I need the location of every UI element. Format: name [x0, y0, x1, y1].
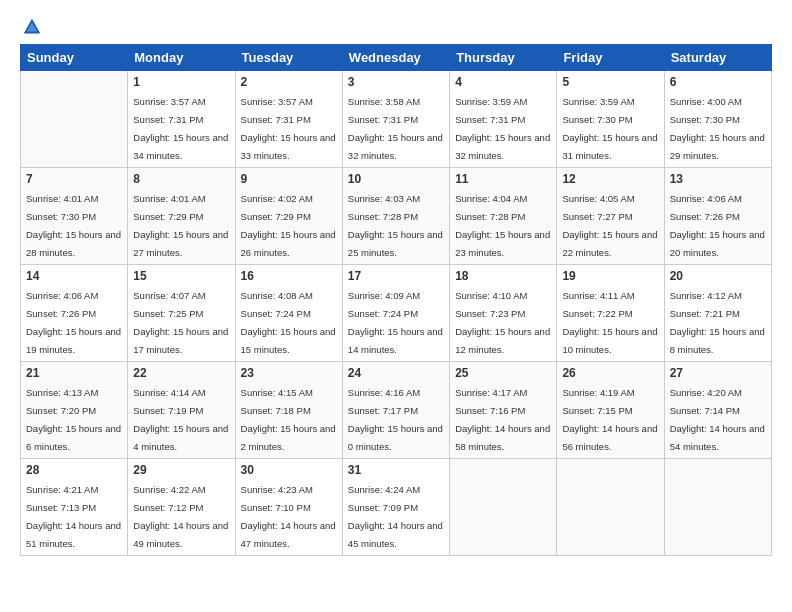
day-number: 13 [670, 172, 766, 186]
day-info: Sunrise: 4:04 AMSunset: 7:28 PMDaylight:… [455, 193, 550, 258]
weekday-header-wednesday: Wednesday [342, 45, 449, 71]
day-info: Sunrise: 4:22 AMSunset: 7:12 PMDaylight:… [133, 484, 228, 549]
calendar-cell: 8 Sunrise: 4:01 AMSunset: 7:29 PMDayligh… [128, 168, 235, 265]
day-number: 16 [241, 269, 337, 283]
day-info: Sunrise: 4:21 AMSunset: 7:13 PMDaylight:… [26, 484, 121, 549]
calendar-cell: 21 Sunrise: 4:13 AMSunset: 7:20 PMDaylig… [21, 362, 128, 459]
calendar-cell: 9 Sunrise: 4:02 AMSunset: 7:29 PMDayligh… [235, 168, 342, 265]
calendar-cell: 10 Sunrise: 4:03 AMSunset: 7:28 PMDaylig… [342, 168, 449, 265]
day-number: 31 [348, 463, 444, 477]
day-number: 22 [133, 366, 229, 380]
calendar-cell: 25 Sunrise: 4:17 AMSunset: 7:16 PMDaylig… [450, 362, 557, 459]
weekday-header-row: SundayMondayTuesdayWednesdayThursdayFrid… [21, 45, 772, 71]
day-number: 21 [26, 366, 122, 380]
day-number: 25 [455, 366, 551, 380]
day-number: 18 [455, 269, 551, 283]
calendar-cell: 28 Sunrise: 4:21 AMSunset: 7:13 PMDaylig… [21, 459, 128, 556]
day-number: 5 [562, 75, 658, 89]
day-info: Sunrise: 4:01 AMSunset: 7:29 PMDaylight:… [133, 193, 228, 258]
day-info: Sunrise: 4:19 AMSunset: 7:15 PMDaylight:… [562, 387, 657, 452]
calendar-cell: 23 Sunrise: 4:15 AMSunset: 7:18 PMDaylig… [235, 362, 342, 459]
calendar-cell: 1 Sunrise: 3:57 AMSunset: 7:31 PMDayligh… [128, 71, 235, 168]
logo-icon [21, 16, 43, 38]
logo [20, 16, 44, 34]
calendar-cell: 12 Sunrise: 4:05 AMSunset: 7:27 PMDaylig… [557, 168, 664, 265]
day-number: 11 [455, 172, 551, 186]
day-info: Sunrise: 3:57 AMSunset: 7:31 PMDaylight:… [133, 96, 228, 161]
page: SundayMondayTuesdayWednesdayThursdayFrid… [0, 0, 792, 612]
day-number: 17 [348, 269, 444, 283]
day-number: 9 [241, 172, 337, 186]
calendar-week-5: 28 Sunrise: 4:21 AMSunset: 7:13 PMDaylig… [21, 459, 772, 556]
calendar-cell: 22 Sunrise: 4:14 AMSunset: 7:19 PMDaylig… [128, 362, 235, 459]
calendar-week-2: 7 Sunrise: 4:01 AMSunset: 7:30 PMDayligh… [21, 168, 772, 265]
calendar-cell: 13 Sunrise: 4:06 AMSunset: 7:26 PMDaylig… [664, 168, 771, 265]
weekday-header-monday: Monday [128, 45, 235, 71]
day-info: Sunrise: 3:57 AMSunset: 7:31 PMDaylight:… [241, 96, 336, 161]
calendar-cell: 26 Sunrise: 4:19 AMSunset: 7:15 PMDaylig… [557, 362, 664, 459]
calendar-cell: 6 Sunrise: 4:00 AMSunset: 7:30 PMDayligh… [664, 71, 771, 168]
day-info: Sunrise: 4:08 AMSunset: 7:24 PMDaylight:… [241, 290, 336, 355]
calendar-cell: 16 Sunrise: 4:08 AMSunset: 7:24 PMDaylig… [235, 265, 342, 362]
calendar-cell [664, 459, 771, 556]
calendar-cell: 5 Sunrise: 3:59 AMSunset: 7:30 PMDayligh… [557, 71, 664, 168]
day-info: Sunrise: 4:24 AMSunset: 7:09 PMDaylight:… [348, 484, 443, 549]
day-info: Sunrise: 4:11 AMSunset: 7:22 PMDaylight:… [562, 290, 657, 355]
day-number: 24 [348, 366, 444, 380]
day-number: 12 [562, 172, 658, 186]
day-info: Sunrise: 4:12 AMSunset: 7:21 PMDaylight:… [670, 290, 765, 355]
day-number: 2 [241, 75, 337, 89]
day-number: 14 [26, 269, 122, 283]
calendar-cell: 18 Sunrise: 4:10 AMSunset: 7:23 PMDaylig… [450, 265, 557, 362]
day-info: Sunrise: 3:58 AMSunset: 7:31 PMDaylight:… [348, 96, 443, 161]
day-info: Sunrise: 4:15 AMSunset: 7:18 PMDaylight:… [241, 387, 336, 452]
header [20, 16, 772, 34]
weekday-header-friday: Friday [557, 45, 664, 71]
day-number: 1 [133, 75, 229, 89]
calendar-cell: 15 Sunrise: 4:07 AMSunset: 7:25 PMDaylig… [128, 265, 235, 362]
day-info: Sunrise: 4:13 AMSunset: 7:20 PMDaylight:… [26, 387, 121, 452]
day-number: 15 [133, 269, 229, 283]
calendar-cell: 17 Sunrise: 4:09 AMSunset: 7:24 PMDaylig… [342, 265, 449, 362]
day-number: 27 [670, 366, 766, 380]
day-info: Sunrise: 4:02 AMSunset: 7:29 PMDaylight:… [241, 193, 336, 258]
day-number: 20 [670, 269, 766, 283]
day-info: Sunrise: 4:14 AMSunset: 7:19 PMDaylight:… [133, 387, 228, 452]
day-number: 7 [26, 172, 122, 186]
calendar-week-3: 14 Sunrise: 4:06 AMSunset: 7:26 PMDaylig… [21, 265, 772, 362]
calendar-cell: 3 Sunrise: 3:58 AMSunset: 7:31 PMDayligh… [342, 71, 449, 168]
calendar-cell: 19 Sunrise: 4:11 AMSunset: 7:22 PMDaylig… [557, 265, 664, 362]
day-number: 6 [670, 75, 766, 89]
calendar-week-4: 21 Sunrise: 4:13 AMSunset: 7:20 PMDaylig… [21, 362, 772, 459]
weekday-header-tuesday: Tuesday [235, 45, 342, 71]
calendar-cell: 14 Sunrise: 4:06 AMSunset: 7:26 PMDaylig… [21, 265, 128, 362]
calendar-cell [21, 71, 128, 168]
day-number: 23 [241, 366, 337, 380]
day-info: Sunrise: 3:59 AMSunset: 7:31 PMDaylight:… [455, 96, 550, 161]
day-number: 8 [133, 172, 229, 186]
weekday-header-thursday: Thursday [450, 45, 557, 71]
day-info: Sunrise: 3:59 AMSunset: 7:30 PMDaylight:… [562, 96, 657, 161]
day-number: 3 [348, 75, 444, 89]
day-info: Sunrise: 4:05 AMSunset: 7:27 PMDaylight:… [562, 193, 657, 258]
day-number: 19 [562, 269, 658, 283]
calendar-week-1: 1 Sunrise: 3:57 AMSunset: 7:31 PMDayligh… [21, 71, 772, 168]
calendar-cell: 29 Sunrise: 4:22 AMSunset: 7:12 PMDaylig… [128, 459, 235, 556]
calendar-cell [557, 459, 664, 556]
calendar-cell: 4 Sunrise: 3:59 AMSunset: 7:31 PMDayligh… [450, 71, 557, 168]
day-number: 10 [348, 172, 444, 186]
day-info: Sunrise: 4:00 AMSunset: 7:30 PMDaylight:… [670, 96, 765, 161]
day-info: Sunrise: 4:10 AMSunset: 7:23 PMDaylight:… [455, 290, 550, 355]
calendar-cell: 11 Sunrise: 4:04 AMSunset: 7:28 PMDaylig… [450, 168, 557, 265]
day-info: Sunrise: 4:03 AMSunset: 7:28 PMDaylight:… [348, 193, 443, 258]
day-info: Sunrise: 4:07 AMSunset: 7:25 PMDaylight:… [133, 290, 228, 355]
day-info: Sunrise: 4:20 AMSunset: 7:14 PMDaylight:… [670, 387, 765, 452]
calendar-cell: 27 Sunrise: 4:20 AMSunset: 7:14 PMDaylig… [664, 362, 771, 459]
calendar-table: SundayMondayTuesdayWednesdayThursdayFrid… [20, 44, 772, 556]
weekday-header-sunday: Sunday [21, 45, 128, 71]
calendar-cell: 24 Sunrise: 4:16 AMSunset: 7:17 PMDaylig… [342, 362, 449, 459]
day-info: Sunrise: 4:01 AMSunset: 7:30 PMDaylight:… [26, 193, 121, 258]
day-info: Sunrise: 4:06 AMSunset: 7:26 PMDaylight:… [26, 290, 121, 355]
weekday-header-saturday: Saturday [664, 45, 771, 71]
day-number: 4 [455, 75, 551, 89]
